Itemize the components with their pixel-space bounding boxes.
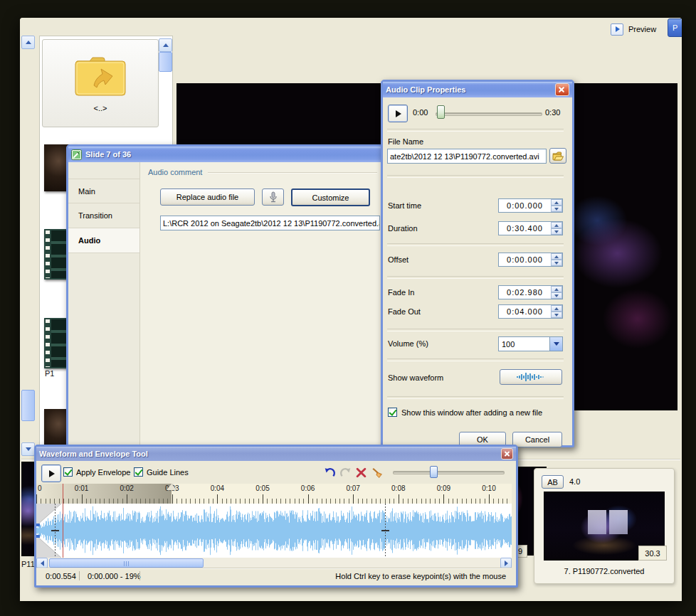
folder-up-icon <box>73 54 128 98</box>
broom-icon <box>371 467 383 479</box>
fade-marker-triangle[interactable] <box>167 484 176 490</box>
close-icon[interactable] <box>501 448 513 460</box>
scroll-right-button[interactable] <box>500 558 512 568</box>
duration-spinbox[interactable]: 0:30.400 <box>498 221 563 235</box>
player-time-end: 0:30 <box>545 108 560 117</box>
up-arrow-icon <box>163 43 169 47</box>
divider <box>387 276 564 279</box>
spin-up-icon[interactable] <box>551 305 562 312</box>
file-scrollbar-thumb[interactable] <box>21 390 35 421</box>
waveform-canvas[interactable] <box>36 504 512 558</box>
slide-dialog-titlebar[interactable]: Slide 7 of 36 <box>68 147 384 162</box>
spinner-buttons[interactable] <box>551 222 562 235</box>
slide-thumbnail-partial[interactable] <box>21 462 36 556</box>
cancel-button[interactable]: Cancel <box>512 432 562 447</box>
spin-down-icon[interactable] <box>551 292 562 299</box>
player-slider-track[interactable] <box>436 112 542 116</box>
status-hint: Hold Ctrl key to erase keypoint(s) with … <box>335 572 506 580</box>
divider <box>387 243 564 246</box>
replace-audio-file-button[interactable]: Replace audio file <box>160 188 255 206</box>
tab-transition[interactable]: Transition <box>68 203 139 228</box>
erase-keypoints-button[interactable] <box>370 466 383 479</box>
file-scroll-down-button[interactable] <box>21 442 35 456</box>
ab-transition-button[interactable]: AB <box>542 475 564 489</box>
file-name-field[interactable]: ate2tb\2012 12 13\P1190772.converted.avi <box>387 149 547 164</box>
desktop-background: Preview P <..> <box>0 0 696 616</box>
zoom-slider-track[interactable] <box>393 471 505 474</box>
undo-button[interactable] <box>323 466 336 479</box>
show-window-checkbox[interactable] <box>388 408 397 417</box>
customize-button[interactable]: Customize <box>291 188 370 206</box>
fade-out-label: Fade Out <box>388 307 421 316</box>
delete-keypoint-button[interactable] <box>354 466 367 479</box>
major-ticks <box>36 494 512 504</box>
spinner-buttons[interactable] <box>551 286 562 299</box>
volume-combobox[interactable]: 100 <box>498 336 563 351</box>
preview-button[interactable]: Preview <box>606 21 660 38</box>
microphone-icon <box>268 191 278 203</box>
file-scroll-up-button[interactable] <box>21 36 35 49</box>
up-arrow-icon <box>26 41 31 44</box>
spin-up-icon[interactable] <box>551 222 562 228</box>
record-voice-button[interactable] <box>262 188 284 206</box>
list-scroll-up-button[interactable] <box>159 38 172 52</box>
show-waveform-button[interactable] <box>500 369 562 385</box>
audio-dialog-body: 0:00 0:30 File Name ate2tb\2012 12 13\P1… <box>383 97 572 445</box>
list-scrollbar-thumb[interactable] <box>159 52 172 72</box>
spinner-buttons[interactable] <box>551 305 562 318</box>
waveform-scrollbar[interactable] <box>36 558 512 568</box>
spinner-buttons[interactable] <box>551 199 562 212</box>
tab-audio[interactable]: Audio <box>68 228 139 253</box>
file-name-label: File Name <box>388 137 423 146</box>
apply-envelope-checkbox[interactable] <box>63 467 73 477</box>
spin-up-icon[interactable] <box>551 286 562 292</box>
play-icon <box>49 470 55 477</box>
status-keypoint: 0:00.000 - 19% <box>88 572 141 580</box>
spinner-buttons[interactable] <box>551 253 562 266</box>
show-window-checkbox-label: Show this window after adding a new file <box>401 408 542 417</box>
audio-path-field[interactable]: L:\RCR 2012 on Seagate2tb\2012 12 13\P11… <box>160 216 380 230</box>
audio-dialog-titlebar[interactable]: Audio Clip Properties <box>383 82 572 97</box>
spin-down-icon[interactable] <box>551 228 562 235</box>
tab-main[interactable]: Main <box>68 179 139 203</box>
slide-caption: 7. P1190772.converted <box>534 567 674 575</box>
player-slider-thumb[interactable] <box>437 105 445 119</box>
spin-up-icon[interactable] <box>551 253 562 260</box>
parent-folder-item[interactable]: <..> <box>42 39 159 127</box>
fade-in-spinbox[interactable]: 0:02.980 <box>498 285 563 299</box>
open-folder-icon <box>552 152 564 161</box>
ruler-tick-label: 0:01 <box>75 484 88 492</box>
redo-button[interactable] <box>339 466 352 479</box>
stage-screen <box>609 510 628 534</box>
duration-badge: 30.3 <box>638 546 667 561</box>
spin-up-icon[interactable] <box>551 199 562 206</box>
tab-column: Main Transition Audio <box>68 162 140 449</box>
waveform-play-button[interactable] <box>41 464 61 482</box>
spin-down-icon[interactable] <box>551 312 562 318</box>
ruler-tick-label: 0:04 <box>211 484 224 492</box>
timeline-ruler[interactable]: 00:010:020:030:040:050:060:070:080:090:1… <box>36 484 512 504</box>
playhead-line[interactable] <box>63 484 63 558</box>
partial-toolbar-button[interactable]: P <box>668 18 682 37</box>
combo-dropdown-icon[interactable] <box>549 337 562 351</box>
waveform-dialog-titlebar[interactable]: Waveform and Envelope Tool <box>36 447 516 461</box>
waveform-scrollbar-thumb[interactable] <box>49 558 204 568</box>
close-icon[interactable] <box>555 83 569 96</box>
redo-icon <box>339 467 352 479</box>
offset-spinbox[interactable]: 0:00.000 <box>498 253 563 267</box>
audio-play-button[interactable] <box>388 105 408 122</box>
waveform-dialog-body: Apply Envelope Guide Lines <box>36 461 516 585</box>
slide-dialog-icon <box>71 149 82 160</box>
fade-out-spinbox[interactable]: 0:04.000 <box>498 304 563 319</box>
spin-down-icon[interactable] <box>551 260 562 266</box>
guide-lines-checkbox[interactable] <box>134 467 143 477</box>
zoom-slider-thumb[interactable] <box>430 466 438 478</box>
ruler-tick-label: 0:06 <box>301 484 315 492</box>
scroll-left-button[interactable] <box>36 558 48 568</box>
browse-file-button[interactable] <box>549 148 566 164</box>
start-time-spinbox[interactable]: 0:00.000 <box>498 198 563 213</box>
guide-lines-label: Guide Lines <box>147 468 189 477</box>
spin-down-icon[interactable] <box>551 206 562 212</box>
current-slide-card[interactable]: AB 4.0 30.3 7. P1190772.converted <box>534 468 675 584</box>
down-arrow-icon <box>26 447 31 451</box>
